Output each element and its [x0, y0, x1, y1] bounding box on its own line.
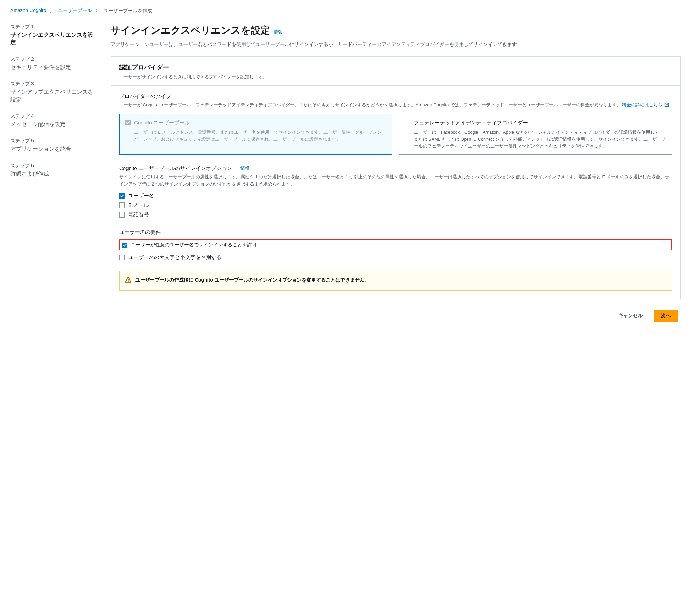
step-number: ステップ 4 [10, 113, 97, 120]
checkbox-label: 電話番号 [128, 211, 149, 219]
provider-cognito-card: Cognito ユーザープール ユーザーは E メールアドレス、電話番号、または… [119, 114, 392, 155]
highlighted-option: ユーザーが任意のユーザー名でサインインすることを許可 [119, 239, 672, 250]
provider-federated-card[interactable]: フェデレーテッドアイデンティティプロバイダー ユーザーは、Facebook、Go… [399, 114, 672, 155]
checkbox-icon[interactable] [119, 193, 125, 199]
card-title: フェデレーテッドアイデンティティプロバイダー [414, 119, 528, 127]
checkbox-icon[interactable] [405, 120, 410, 125]
page-description: アプリケーションユーザーは、ユーザー名とパスワードを使用してユーザープールにサイ… [111, 40, 681, 48]
card-description: ユーザーは、Facebook、Google、Amazon、Apple などのソー… [414, 129, 666, 150]
svg-rect-1 [128, 281, 129, 282]
checkbox-email[interactable]: E メール [119, 202, 672, 209]
sidebar-step-2[interactable]: ステップ 2 セキュリティ要件を設定 [10, 56, 97, 71]
step-number: ステップ 2 [10, 56, 97, 63]
sidebar-step-6[interactable]: ステップ 6 確認および作成 [10, 162, 97, 178]
card-description: ユーザーは E メールアドレス、電話番号、またはユーザー名を使用してサインインで… [134, 129, 386, 143]
section-title: Cognito ユーザープールのサインインオプション 情報 [119, 164, 672, 172]
wizard-footer: キャンセル 次へ [111, 303, 681, 325]
checkbox-icon[interactable] [119, 255, 125, 260]
breadcrumb: Amazon Cognito 〉 ユーザープール 〉 ユーザープールを作成 [10, 7, 681, 15]
section-title: プロバイダーのタイプ [119, 93, 672, 101]
breadcrumb-root[interactable]: Amazon Cognito [10, 7, 46, 15]
divider [236, 166, 236, 171]
warning-alert: ユーザープールの作成後に Cognito ユーザープールのサインインオプションを… [119, 271, 672, 290]
info-link[interactable]: 情報 [240, 165, 249, 172]
step-number: ステップ 6 [10, 162, 97, 169]
breadcrumb-user-pools[interactable]: ユーザープール [58, 7, 92, 15]
checkbox-label: ユーザーが任意のユーザー名でサインインすることを許可 [131, 241, 257, 248]
page-title: サインインエクスペリエンスを設定 情報 [111, 23, 681, 38]
info-link[interactable]: 情報 [274, 29, 283, 36]
external-link-icon [664, 102, 669, 110]
next-button[interactable]: 次へ [654, 310, 678, 322]
breadcrumb-current: ユーザープールを作成 [104, 7, 152, 15]
svg-rect-0 [128, 279, 129, 281]
step-title: セキュリティ要件を設定 [10, 64, 97, 71]
step-title: サインインエクスペリエンスを設定 [10, 31, 97, 47]
sidebar-step-3[interactable]: ステップ 3 サインアップエクスペリエンスを設定 [10, 80, 97, 104]
checkbox-case-sensitive[interactable]: ユーザー名の大文字と小文字を区別する [119, 254, 672, 262]
step-number: ステップ 3 [10, 80, 97, 87]
cancel-button[interactable]: キャンセル [612, 310, 650, 322]
checkbox-icon[interactable] [119, 202, 125, 208]
sidebar-step-1[interactable]: ステップ 1 サインインエクスペリエンスを設定 [10, 23, 97, 47]
checkbox-phone[interactable]: 電話番号 [119, 211, 672, 219]
sidebar-step-4[interactable]: ステップ 4 メッセージ配信を設定 [10, 113, 97, 128]
section-description: サインインに使用するユーザープールの属性を選択します。属性を 1 つだけ選択した… [119, 173, 672, 188]
alert-text: ユーザープールの作成後に Cognito ユーザープールのサインインオプションを… [135, 276, 369, 284]
step-title: アプリケーションを統合 [10, 145, 97, 153]
section-description: ユーザーが Cognito ユーザープール、フェデレーテッドアイデンティティプロ… [119, 102, 672, 110]
provider-type-section: プロバイダーのタイプ ユーザーが Cognito ユーザープール、フェデレーテッ… [119, 93, 672, 155]
chevron-right-icon: 〉 [95, 7, 100, 15]
checkbox-label: ユーザー名 [128, 192, 154, 200]
panel-title: 認証プロバイダー [119, 63, 672, 72]
warning-icon [125, 277, 131, 285]
checkbox-label: ユーザー名の大文字と小文字を区別する [128, 254, 221, 262]
checkbox-username[interactable]: ユーザー名 [119, 192, 672, 200]
pricing-link[interactable]: 料金の詳細はこちら [622, 102, 669, 107]
auth-provider-panel: 認証プロバイダー ユーザーがサインインするときに利用できるプロバイダーを設定しま… [111, 56, 681, 299]
step-title: サインアップエクスペリエンスを設定 [10, 88, 97, 104]
checkbox-icon[interactable] [119, 212, 125, 218]
card-title: Cognito ユーザープール [134, 119, 190, 127]
step-title: メッセージ配信を設定 [10, 121, 97, 128]
checkbox-label: E メール [128, 202, 149, 209]
sidebar-step-5[interactable]: ステップ 5 アプリケーションを統合 [10, 137, 97, 153]
checkbox-icon [125, 120, 131, 125]
panel-subtitle: ユーザーがサインインするときに利用できるプロバイダーを設定します。 [119, 74, 672, 80]
username-requirements-section: ユーザー名の要件 ユーザーが任意のユーザー名でサインインすることを許可 ユーザー… [119, 228, 672, 261]
step-number: ステップ 1 [10, 23, 97, 30]
step-title: 確認および作成 [10, 170, 97, 178]
checkbox-icon[interactable] [122, 243, 127, 248]
section-title: ユーザー名の要件 [119, 228, 672, 236]
chevron-right-icon: 〉 [50, 7, 55, 15]
step-number: ステップ 5 [10, 137, 97, 144]
signin-options-section: Cognito ユーザープールのサインインオプション 情報 サインインに使用する… [119, 164, 672, 219]
wizard-sidebar: ステップ 1 サインインエクスペリエンスを設定 ステップ 2 セキュリティ要件を… [10, 23, 97, 325]
